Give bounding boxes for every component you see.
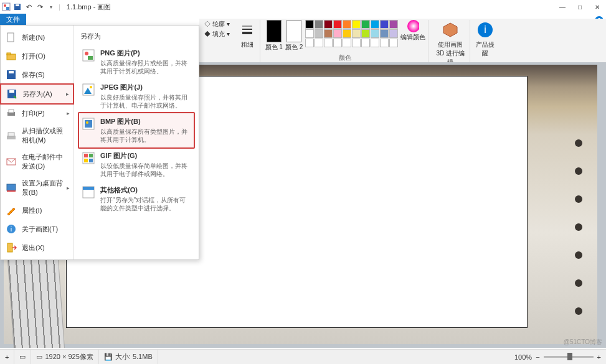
color-palette[interactable] [305,20,398,47]
file-menu-label: 设置为桌面背景(B) [22,179,69,197]
file-menu-label: 打印(P) [22,109,45,118]
color-swatch[interactable] [352,20,361,29]
file-menu-item-props[interactable]: 属性(I) [1,201,73,220]
color-swatch[interactable] [324,29,333,38]
color-swatch[interactable] [380,39,389,47]
maximize-button[interactable]: □ [571,0,589,14]
color-swatch[interactable] [305,29,314,38]
zoom-in-button[interactable]: + [597,353,601,361]
file-menu-label: 关于画图(T) [22,225,58,234]
file-menu-item-about[interactable]: i关于画图(T) [1,220,73,238]
zoom-out-button[interactable]: − [536,353,539,361]
option-desc: 以高质量保存所有类型图片，并将其用于计算机。 [100,128,191,144]
zoom-level: 100% [514,353,532,361]
watermark: @51CTO博客 [564,338,602,347]
color-swatch[interactable] [324,39,333,47]
svg-point-1 [4,4,6,7]
color-swatch[interactable] [352,39,361,47]
file-menu-item-wallpaper[interactable]: 设置为桌面背景(B)▸ [1,175,73,201]
saveas-icon [6,88,17,100]
file-menu-label: 保存(S) [22,70,45,80]
color-swatch[interactable] [333,39,342,47]
svg-rect-2 [6,7,9,10]
open-icon [6,50,17,62]
qat-redo-icon[interactable]: ↷ [35,2,45,12]
svg-rect-16 [9,71,14,73]
color-swatch[interactable] [371,20,379,29]
file-menu-label: 属性(I) [22,206,42,215]
bmp-icon [82,117,95,131]
new-icon [6,32,17,43]
color-swatch[interactable] [371,29,379,38]
color-swatch[interactable] [361,20,370,29]
close-button[interactable]: ✕ [589,0,606,14]
saveas-option-gif[interactable]: GIF 图片(G)以较低质量保存简单绘图，并将其用于电子邮件或网络。 [79,147,194,182]
svg-text:i: i [484,24,486,35]
fill-dropdown[interactable]: ◆ 填充 ▾ [204,30,230,39]
color-swatch[interactable] [305,20,314,29]
svg-point-37 [86,121,88,124]
option-title: GIF 图片(G) [100,151,191,161]
color-swatch[interactable] [343,20,351,29]
edit-colors-button[interactable]: 编辑颜色 [400,20,425,42]
saveas-option-other[interactable]: 其他格式(O)打开"另存为"对话框，从所有可能的文件类型中进行选择。 [79,182,194,216]
file-menu-item-saveas[interactable]: 另存为(A)▸ [0,83,74,105]
email-icon [6,156,17,167]
color-swatch[interactable] [371,39,379,47]
product-alert-button[interactable]: i 产品提醒 [475,20,495,58]
file-menu-label: 新建(N) [22,33,45,42]
color-swatch[interactable] [333,20,342,29]
file-menu-item-email[interactable]: 在电子邮件中发送(D) [1,149,73,175]
color-swatch[interactable] [333,29,342,38]
color2-button[interactable]: 颜色 2 [285,20,303,52]
file-menu-item-save[interactable]: 保存(S) [1,65,73,84]
svg-point-8 [407,20,419,32]
exit-icon [6,242,17,253]
thickness-button[interactable]: 粗细 [237,20,257,49]
color-swatch[interactable] [389,29,398,38]
color-swatch[interactable] [352,29,361,38]
option-desc: 打开"另存为"对话框，从所有可能的文件类型中进行选择。 [100,196,191,212]
svg-point-30 [85,52,88,55]
color-swatch[interactable] [361,39,370,47]
other-icon [82,185,95,199]
color-swatch[interactable] [315,29,323,38]
file-menu-label: 另存为(A) [22,90,52,99]
svg-rect-44 [83,187,94,190]
qat-undo-icon[interactable]: ↶ [24,2,34,12]
color-swatch[interactable] [343,39,351,47]
color-swatch[interactable] [389,20,398,29]
file-menu-item-print[interactable]: 打印(P)▸ [1,104,73,123]
gif-icon [82,151,95,165]
file-menu-item-new[interactable]: 新建(N) [1,28,73,47]
color-swatch[interactable] [380,29,389,38]
saveas-option-jpeg[interactable]: JPEG 图片(J)以良好质量保存照片，并将其用于计算机、电子邮件或网络。 [79,79,194,113]
title-separator: | [59,3,60,11]
color-swatch[interactable] [315,20,323,29]
outline-dropdown[interactable]: ◇ 轮廓 ▾ [204,20,230,29]
status-bar: + ▭ ▭1920 × 925像素 💾大小: 5.1MB 100% − + [0,349,606,364]
paint3d-button[interactable]: 使用画图 3D 进行编辑 [433,20,467,67]
minimize-button[interactable]: — [554,0,571,14]
color-swatch[interactable] [361,29,370,38]
file-menu-item-exit[interactable]: 退出(X) [1,238,73,257]
color1-button[interactable]: 颜色 1 [265,20,283,52]
file-menu: 新建(N)打开(O)保存(S)另存为(A)▸打印(P)▸从扫描仪或照相机(M)在… [0,25,199,260]
wallpaper-icon [6,182,17,194]
color-swatch[interactable] [324,20,333,29]
file-menu-item-scanner[interactable]: 从扫描仪或照相机(M) [1,123,73,149]
qat-dropdown-icon[interactable]: ▾ [46,2,56,12]
color-swatch[interactable] [380,20,389,29]
saveas-option-bmp[interactable]: BMP 图片(B)以高质量保存所有类型图片，并将其用于计算机。 [78,112,195,149]
saveas-option-png[interactable]: PNG 图片(P)以高质量保存照片或绘图，并将其用于计算机或网络。 [79,45,194,79]
zoom-slider[interactable] [544,356,594,358]
file-tab[interactable]: 文件 [0,14,26,25]
color-swatch[interactable] [315,39,323,47]
file-menu-item-open[interactable]: 打开(O) [1,47,73,65]
color-swatch[interactable] [389,39,398,47]
qat-save-icon[interactable] [12,2,22,12]
color-swatch[interactable] [305,39,314,47]
ribbon: ◇ 轮廓 ▾ ◆ 填充 ▾ 粗细 颜色 1 颜色 2 编辑颜色 [199,19,606,62]
option-desc: 以较低质量保存简单绘图，并将其用于电子邮件或网络。 [100,162,191,178]
color-swatch[interactable] [343,29,351,38]
